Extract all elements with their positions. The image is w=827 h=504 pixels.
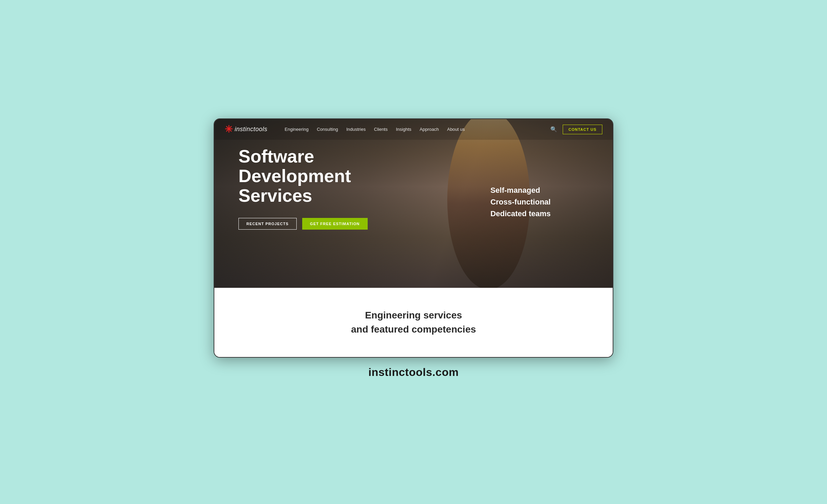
section-heading: Engineering services and featured compet… bbox=[228, 308, 599, 336]
url-bar: instinctools.com bbox=[368, 366, 459, 379]
nav-approach[interactable]: Approach bbox=[416, 125, 442, 134]
hero-title: Software Development Services bbox=[238, 147, 368, 206]
logo-text: instinctools bbox=[235, 126, 267, 133]
site-url: instinctools.com bbox=[368, 366, 459, 378]
browser-window: ✳ instinctools Engineering Consulting In… bbox=[214, 118, 613, 358]
contact-button[interactable]: CONTACT US bbox=[563, 125, 602, 134]
hero-tagline: Self-managed Cross-functional Dedicated … bbox=[490, 185, 551, 220]
nav-clients[interactable]: Clients bbox=[370, 125, 391, 134]
nav-insights[interactable]: Insights bbox=[392, 125, 415, 134]
nav-right: 🔍 CONTACT US bbox=[550, 125, 602, 134]
search-icon[interactable]: 🔍 bbox=[550, 126, 557, 133]
logo-link[interactable]: ✳ instinctools bbox=[225, 125, 267, 134]
get-free-estimation-button[interactable]: GET FREE ESTIMATION bbox=[302, 218, 368, 230]
recent-projects-button[interactable]: RECENT PROJECTS bbox=[238, 218, 297, 230]
nav-consulting[interactable]: Consulting bbox=[313, 125, 341, 134]
nav-links: Engineering Consulting Industries Client… bbox=[281, 125, 550, 134]
services-section: Engineering services and featured compet… bbox=[214, 288, 613, 357]
nav-about[interactable]: About us bbox=[443, 125, 468, 134]
nav-industries[interactable]: Industries bbox=[343, 125, 369, 134]
hero-section: ✳ instinctools Engineering Consulting In… bbox=[214, 119, 613, 288]
nav-engineering[interactable]: Engineering bbox=[281, 125, 312, 134]
logo-asterisk-icon: ✳ bbox=[225, 125, 233, 134]
navbar: ✳ instinctools Engineering Consulting In… bbox=[214, 119, 613, 140]
hero-ctas: RECENT PROJECTS GET FREE ESTIMATION bbox=[238, 218, 368, 230]
hero-content: Software Development Services RECENT PRO… bbox=[238, 147, 368, 230]
